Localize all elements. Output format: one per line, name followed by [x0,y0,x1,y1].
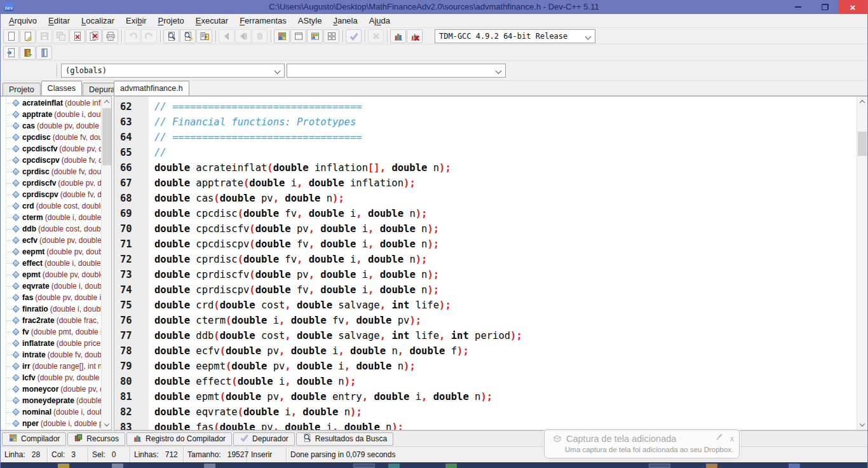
forward-button[interactable] [235,29,251,43]
taskbar-app-icon[interactable] [706,464,717,468]
menu-astyle[interactable]: AStyle [292,14,328,27]
taskbar-app-icon[interactable] [445,464,457,468]
scrollbar-thumb[interactable] [102,108,111,165]
class-browser-item-ddb[interactable]: ddb(double cost, double salvage, int lif… [1,223,101,235]
scroll-up-icon[interactable] [102,97,112,107]
close-file-button[interactable] [69,29,85,43]
class-browser-item-moneycor[interactable]: moneycor(double pv, double i, double n) [1,383,101,395]
insert-button[interactable] [3,46,19,60]
bottom-tab-depurador[interactable]: Depurador [233,432,295,446]
bottom-tab-resultados-da-busca[interactable]: Resultados da Busca [296,432,393,446]
bottom-tab-recursos[interactable]: Recursos [67,432,125,446]
class-browser-item-cprdisc[interactable]: cprdisc(double fv, double i, double n) [1,166,101,177]
tab-classes[interactable]: Classes [41,81,82,95]
class-browser-item-fv[interactable]: fv(double pmt, double i, double n) [1,326,101,338]
class-browser-item-nper[interactable]: nper(double i, double pv, double fv) [1,418,101,429]
scroll-down-icon[interactable] [102,420,112,430]
class-browser-item-epmt[interactable]: epmt(double pv, double entry, double i, … [1,269,101,280]
tab-advmathfinance-h[interactable]: advmathfinance.h [114,81,189,95]
open-file-button[interactable] [20,29,36,43]
taskbar-app-icon[interactable] [58,464,69,468]
find-button[interactable] [163,29,179,43]
minimize-button[interactable] [785,0,811,14]
delete-profile-button[interactable] [407,29,423,43]
new-file-button[interactable] [3,29,19,43]
class-browser-item-fas[interactable]: fas(double pv, double i, double n) [1,292,101,303]
class-browser-item-intrate[interactable]: intrate(double fv, double pv, double n) [1,349,101,361]
class-browser-item-cpcdiscpv[interactable]: cpcdiscpv(double fv, double i, double n) [1,155,101,166]
class-browser-item-cprdiscfv[interactable]: cprdiscfv(double pv, double i, double n) [1,177,101,189]
class-browser-item-moneydeprate[interactable]: moneydeprate(double pv, double i) [1,395,101,406]
profile-button[interactable] [390,29,406,43]
taskbar-app-icon[interactable] [388,464,400,468]
taskbar-app-icon[interactable] [353,464,375,468]
scroll-down-icon[interactable] [857,420,867,430]
class-browser-scrollbar[interactable] [101,97,111,430]
class-browser-item-lcfv[interactable]: lcfv(double pv, double i, double n) [1,372,101,383]
menu-localizar[interactable]: Localizar [76,14,120,27]
compile-button[interactable] [274,29,290,43]
menu-ajuda[interactable]: Ajuda [363,14,396,27]
class-browser-item-cpcdisc[interactable]: cpcdisc(double fv, double i, double n) [1,132,101,143]
menu-executar[interactable]: Executar [190,14,234,27]
class-browser-item-apptrate[interactable]: apptrate(double i, double inflation) [1,109,101,120]
toast-close-button[interactable]: x [730,434,734,443]
bottom-tab-registro-do-compilador[interactable]: Registro do Compilador [126,432,232,446]
code-editor[interactable]: 6263646566676869707172737475767778798081… [114,96,867,430]
menu-editar[interactable]: Editar [43,14,76,27]
scroll-up-icon[interactable] [857,97,867,107]
print-button[interactable] [102,29,118,43]
goto-bookmarks-button[interactable] [36,46,52,60]
class-browser-item-finratio[interactable]: finratio(double i, double n) [1,303,101,315]
class-browser-item-frac2rate[interactable]: frac2rate(double frac, double n) [1,315,101,326]
member-combo[interactable] [287,64,506,78]
undo-button[interactable] [125,29,140,43]
scrollbar-thumb[interactable] [858,132,867,156]
close-all-button[interactable] [86,29,102,43]
stop-button[interactable] [252,29,268,43]
class-browser-item-cas[interactable]: cas(double pv, double n) [1,120,101,132]
class-browser-item-cprdiscpv[interactable]: cprdiscpv(double fv, double i, double n) [1,189,101,200]
taskbar-app-icon[interactable] [789,464,800,468]
close-window-button[interactable]: × [838,0,867,14]
class-browser-item-acrateinflat[interactable]: acrateinflat(double inflation[], double … [1,97,101,109]
taskbar-app-icon[interactable] [649,464,670,468]
class-browser-item-eepmt[interactable]: eepmt(double pv, double i, double n) [1,246,101,258]
save-button[interactable] [36,29,52,43]
brush-icon[interactable] [714,432,724,444]
back-button[interactable] [219,29,234,43]
taskbar-app-icon[interactable] [112,464,123,468]
bottom-tab-compilador[interactable]: Compilador [2,432,66,446]
menu-arquivo[interactable]: Arquivo [3,14,43,27]
tab-projeto[interactable]: Projeto [3,83,41,95]
class-browser-item-eqvrate[interactable]: eqvrate(double i, double n) [1,280,101,292]
class-browser-item-cpcdiscfv[interactable]: cpcdiscfv(double pv, double i, double n) [1,143,101,155]
replace-button[interactable] [180,29,196,43]
compile-run-button[interactable] [307,29,323,43]
class-browser-item-effect[interactable]: effect(double i, double n) [1,258,101,269]
menu-ferramentas[interactable]: Ferramentas [234,14,292,27]
syntax-check-button[interactable] [346,29,362,43]
editor-scrollbar[interactable] [857,97,867,430]
taskbar-app-icon[interactable] [204,464,215,468]
run-button[interactable] [290,29,306,43]
class-browser-item-ecfv[interactable]: ecfv(double pv, double i, double n, doub… [1,235,101,246]
windows-taskbar[interactable] [1,462,867,468]
menu-janela[interactable]: Janela [327,14,363,27]
class-browser-item-cterm[interactable]: cterm(double i, double fv, double pv) [1,212,101,223]
class-browser-item-irr[interactable]: irr(double range[], int n) [1,361,101,372]
abort-button[interactable] [368,29,384,43]
compiler-combo[interactable]: TDM-GCC 4.9.2 64-bit Release [435,29,595,43]
code-text[interactable]: // ================================// Fi… [149,97,857,430]
menu-projeto[interactable]: Projeto [153,14,190,27]
rebuild-button[interactable] [323,29,339,43]
class-browser-item-nominal[interactable]: nominal(double i, double n) [1,406,101,418]
toggle-bookmarks-button[interactable] [20,46,36,60]
redo-button[interactable] [141,29,157,43]
save-all-button[interactable] [53,29,69,43]
menu-exibir[interactable]: Exibir [120,14,153,27]
class-browser-item-crd[interactable]: crd(double cost, double salvage, int lif… [1,200,101,212]
scope-combo[interactable]: (globals) [61,64,285,78]
restore-button[interactable] [811,0,838,14]
class-browser-item-inflatrate[interactable]: inflatrate(double price, double n) [1,338,101,349]
